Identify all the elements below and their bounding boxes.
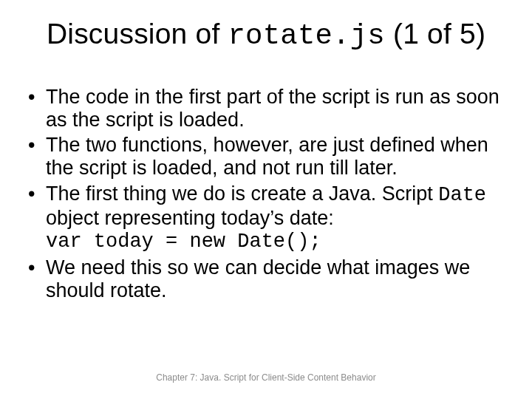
bullet-text-code: var today = new Date();: [46, 231, 321, 253]
slide-footer: Chapter 7: Java. Script for Client-Side …: [0, 372, 532, 383]
bullet-list: The code in the first part of the script…: [25, 86, 507, 302]
bullet-text: The code in the first part of the script…: [46, 86, 499, 131]
slide-title: Discussion of rotate.js (1 of 5): [25, 18, 507, 53]
bullet-text: We need this so we can decide what image…: [46, 256, 470, 301]
title-suffix: (1 of 5): [385, 18, 485, 50]
bullet-text: The first thing we do is create a Java. …: [46, 183, 438, 205]
bullet-item: We need this so we can decide what image…: [25, 256, 507, 302]
bullet-text-code: Date: [438, 184, 486, 206]
bullet-text: object representing today’s date:: [46, 207, 334, 229]
title-code: rotate.js: [228, 20, 384, 52]
slide: Discussion of rotate.js (1 of 5) The cod…: [0, 0, 532, 399]
bullet-text: The two functions, however, are just def…: [46, 134, 488, 179]
bullet-item: The first thing we do is create a Java. …: [25, 183, 507, 253]
bullet-item: The code in the first part of the script…: [25, 86, 507, 132]
bullet-item: The two functions, however, are just def…: [25, 134, 507, 180]
title-prefix: Discussion of: [47, 18, 228, 50]
